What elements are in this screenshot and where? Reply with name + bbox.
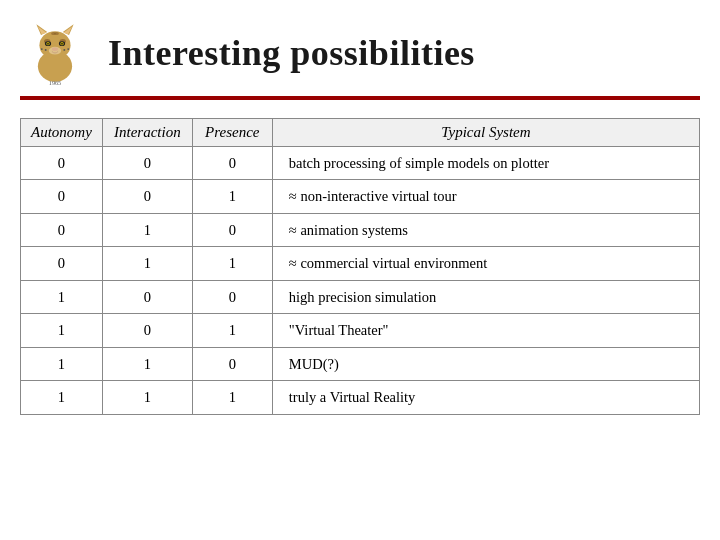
cell-interaction: 1 [102, 347, 192, 380]
divider-line [20, 96, 700, 100]
cell-autonomy: 0 [21, 147, 103, 180]
cell-presence: 1 [192, 314, 272, 347]
table-row: 100high precision simulation [21, 280, 700, 313]
main-content: Autonomy Interaction Presence Typical Sy… [0, 118, 720, 540]
svg-point-18 [41, 48, 43, 50]
cell-interaction: 0 [102, 180, 192, 213]
cell-autonomy: 1 [21, 347, 103, 380]
svg-text:1965: 1965 [49, 79, 61, 86]
svg-point-1 [39, 31, 70, 59]
svg-point-17 [45, 49, 47, 51]
table-row: 000batch processing of simple models on … [21, 147, 700, 180]
table-row: 110MUD(?) [21, 347, 700, 380]
data-table: Autonomy Interaction Presence Typical Sy… [20, 118, 700, 415]
cell-typical: "Virtual Theater" [272, 314, 699, 347]
cell-typical: ≈ commercial virtual environment [272, 247, 699, 280]
cell-autonomy: 0 [21, 213, 103, 246]
col-header-interaction: Interaction [102, 119, 192, 147]
cell-autonomy: 1 [21, 381, 103, 414]
cell-typical: MUD(?) [272, 347, 699, 380]
cell-presence: 1 [192, 381, 272, 414]
svg-point-9 [54, 32, 59, 35]
svg-point-15 [61, 43, 63, 45]
cell-interaction: 0 [102, 314, 192, 347]
cell-autonomy: 0 [21, 180, 103, 213]
svg-point-21 [49, 47, 61, 55]
cell-interaction: 0 [102, 147, 192, 180]
cell-autonomy: 1 [21, 314, 103, 347]
col-header-typical: Typical System [272, 119, 699, 147]
col-header-presence: Presence [192, 119, 272, 147]
svg-point-14 [47, 43, 49, 45]
cell-presence: 1 [192, 247, 272, 280]
cell-presence: 1 [192, 180, 272, 213]
cell-presence: 0 [192, 213, 272, 246]
cell-interaction: 1 [102, 213, 192, 246]
cell-typical: ≈ non-interactive virtual tour [272, 180, 699, 213]
cell-autonomy: 1 [21, 280, 103, 313]
cell-typical: batch processing of simple models on plo… [272, 147, 699, 180]
page-title: Interesting possibilities [108, 32, 475, 74]
cell-presence: 0 [192, 147, 272, 180]
cell-typical: ≈ animation systems [272, 213, 699, 246]
logo-icon: 1965 [20, 18, 90, 88]
cell-interaction: 1 [102, 381, 192, 414]
table-row: 011≈ commercial virtual environment [21, 247, 700, 280]
table-header-row: Autonomy Interaction Presence Typical Sy… [21, 119, 700, 147]
cell-presence: 0 [192, 347, 272, 380]
slide: 1965 Interesting possibilities Autonomy … [0, 0, 720, 540]
cell-interaction: 0 [102, 280, 192, 313]
col-header-autonomy: Autonomy [21, 119, 103, 147]
header: 1965 Interesting possibilities [0, 0, 720, 96]
cell-interaction: 1 [102, 247, 192, 280]
table-row: 010≈ animation systems [21, 213, 700, 246]
cell-typical: high precision simulation [272, 280, 699, 313]
table-row: 101"Virtual Theater" [21, 314, 700, 347]
cell-presence: 0 [192, 280, 272, 313]
cell-typical: truly a Virtual Reality [272, 381, 699, 414]
table-row: 111truly a Virtual Reality [21, 381, 700, 414]
cell-autonomy: 0 [21, 247, 103, 280]
svg-point-20 [67, 48, 69, 50]
table-row: 001≈ non-interactive virtual tour [21, 180, 700, 213]
svg-point-19 [63, 49, 65, 51]
